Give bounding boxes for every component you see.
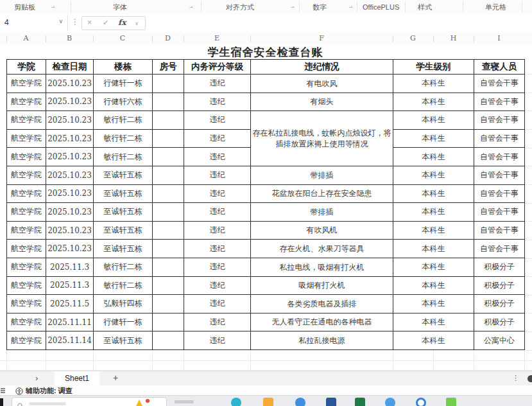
- cell-room[interactable]: [153, 184, 184, 203]
- cell-student-level[interactable]: 本科生: [393, 203, 474, 222]
- chevron-down-icon[interactable]: ∨: [58, 18, 63, 24]
- header-cell[interactable]: 违纪情况: [251, 60, 393, 75]
- chevron-down-icon[interactable]: ∨: [135, 21, 139, 26]
- add-sheet-button[interactable]: +: [113, 373, 118, 383]
- cell-date[interactable]: 2025.10.23: [46, 111, 94, 130]
- cell-grade[interactable]: 违纪: [184, 184, 251, 203]
- cell-inspector[interactable]: 自管会干事: [474, 203, 525, 222]
- taskbar-app-green-icon[interactable]: [446, 398, 456, 406]
- cell-student-level[interactable]: 本科生: [393, 75, 474, 93]
- cell-student-level[interactable]: 本科生: [393, 276, 474, 295]
- formula-input[interactable]: [146, 15, 532, 31]
- cell-inspector[interactable]: 自管会干事: [474, 148, 525, 166]
- cell-room[interactable]: [153, 258, 184, 276]
- taskbar-app-green-square-icon[interactable]: [355, 398, 365, 406]
- cell-violation[interactable]: 各类劣质电器及插排: [251, 295, 393, 313]
- header-cell[interactable]: 查寝人员: [474, 60, 525, 75]
- tab-sheet1[interactable]: Sheet1: [55, 371, 99, 387]
- cell-violation[interactable]: 有电吹风: [251, 75, 393, 93]
- cell-college[interactable]: 航空学院: [7, 331, 46, 350]
- cell-violation[interactable]: 带排插: [251, 166, 393, 184]
- column-header-I[interactable]: I: [474, 34, 524, 42]
- cell-building[interactable]: 敏行轩二栋: [94, 258, 153, 276]
- cell-inspector[interactable]: 自管会干事: [474, 93, 525, 111]
- cell-inspector[interactable]: 自管会干事: [474, 129, 525, 148]
- cell-inspector[interactable]: 自管会干事: [474, 75, 525, 93]
- cell-building[interactable]: 至诚轩五栋: [94, 221, 153, 240]
- cell-room[interactable]: [153, 276, 184, 295]
- cell-inspector[interactable]: 积极分子: [474, 276, 525, 295]
- cell-college[interactable]: 航空学院: [7, 240, 46, 258]
- cell-date[interactable]: 2025.10.23: [46, 184, 94, 203]
- sheet-nav-next-icon[interactable]: ›: [35, 373, 38, 383]
- cell-student-level[interactable]: 本科生: [393, 111, 474, 130]
- cell-room[interactable]: [153, 313, 184, 331]
- cell-room[interactable]: [153, 295, 184, 313]
- column-header-G[interactable]: G: [393, 34, 433, 42]
- cell-violation[interactable]: 无人看守正在通电的各种电器: [251, 313, 393, 331]
- cell-date[interactable]: 2025.10.23: [46, 93, 94, 111]
- taskbar-app-blue-icon[interactable]: [295, 398, 305, 406]
- taskbar-app-orange-icon[interactable]: [263, 398, 273, 406]
- cell-grade[interactable]: 违纪: [184, 166, 251, 184]
- cell-student-level[interactable]: 本科生: [393, 129, 474, 148]
- cell-room[interactable]: [153, 111, 184, 130]
- cell-building[interactable]: 行健轩六栋: [94, 93, 153, 111]
- cell-room[interactable]: [153, 148, 184, 166]
- taskbar-app-word-icon[interactable]: [326, 398, 336, 406]
- number-dialog-launcher-icon[interactable]: ⌐: [347, 4, 352, 10]
- cell-date[interactable]: 2025.10.23: [46, 221, 94, 240]
- cell-inspector[interactable]: 公寓中心: [474, 331, 525, 350]
- cell-college[interactable]: 航空学院: [7, 111, 46, 130]
- cell-building[interactable]: 行健轩一栋: [94, 75, 153, 93]
- cell-student-level[interactable]: 本科生: [393, 184, 474, 203]
- cell-grade[interactable]: 违纪: [184, 111, 251, 130]
- name-box[interactable]: 4 ∨: [0, 15, 68, 31]
- cell-room[interactable]: [153, 166, 184, 184]
- cell-student-level[interactable]: 本科生: [393, 313, 474, 331]
- cell-building[interactable]: 敏行轩二栋: [94, 276, 153, 295]
- cell-grade[interactable]: 违纪: [184, 75, 251, 93]
- cell-date[interactable]: 2025.10.23: [46, 75, 94, 93]
- cell-date[interactable]: 2025.11.3: [46, 258, 94, 276]
- cell-student-level[interactable]: 本科生: [393, 240, 474, 258]
- cell-grade[interactable]: 违纪: [184, 129, 251, 148]
- cell-building[interactable]: 至诚轩五栋: [94, 203, 153, 222]
- cell-building[interactable]: 敏行轩二栋: [94, 148, 153, 166]
- alignment-dialog-launcher-icon[interactable]: ⌐: [288, 4, 294, 10]
- header-cell[interactable]: 楼栋: [94, 60, 153, 75]
- cell-date[interactable]: 2025.10.23: [46, 148, 94, 166]
- cell-grade[interactable]: 违纪: [184, 295, 251, 313]
- column-header-A[interactable]: A: [6, 34, 46, 42]
- cell-grade[interactable]: 违纪: [184, 221, 251, 240]
- cell-building[interactable]: 至诚轩五栋: [94, 331, 153, 350]
- cell-college[interactable]: 航空学院: [7, 295, 46, 313]
- clipboard-dialog-launcher-icon[interactable]: ⌐: [49, 4, 55, 10]
- cell-inspector[interactable]: 自管会干事: [474, 240, 525, 258]
- taskbar-search-input[interactable]: [12, 397, 167, 406]
- cell-violation[interactable]: 私拉乱接电源: [251, 331, 393, 350]
- header-cell[interactable]: 学生级别: [393, 60, 474, 75]
- cell-building[interactable]: 至诚轩五栋: [94, 240, 153, 258]
- cell-date[interactable]: 2025.11.5: [46, 295, 94, 313]
- cell-building[interactable]: 敏行轩二栋: [94, 111, 153, 130]
- confirm-entry-button[interactable]: ✓: [103, 18, 109, 27]
- cell-student-level[interactable]: 本科生: [393, 331, 474, 350]
- sheet-title[interactable]: 学生宿舍安全检查台账: [6, 45, 524, 59]
- column-header-E[interactable]: E: [184, 34, 250, 42]
- cell-violation[interactable]: 花盆放在阳台上存在安全隐患: [251, 184, 393, 203]
- cell-room[interactable]: [153, 129, 184, 148]
- cell-inspector[interactable]: 积极分子: [474, 258, 525, 276]
- cancel-entry-button[interactable]: ×: [87, 18, 92, 27]
- cell-college[interactable]: 航空学院: [7, 276, 46, 295]
- column-header-D[interactable]: D: [152, 34, 184, 42]
- cell-building[interactable]: 至诚轩五栋: [94, 166, 153, 184]
- cell-grade[interactable]: 违纪: [184, 313, 251, 331]
- column-header-C[interactable]: C: [93, 34, 152, 42]
- cell-college[interactable]: 航空学院: [7, 129, 46, 148]
- cell-college[interactable]: 航空学院: [7, 148, 46, 166]
- cell-violation[interactable]: 私拉电线，吸烟有打火机: [251, 258, 393, 276]
- cell-college[interactable]: 航空学院: [7, 93, 46, 111]
- cell-college[interactable]: 航空学院: [7, 203, 46, 222]
- cell-inspector[interactable]: 自管会干事: [474, 184, 525, 203]
